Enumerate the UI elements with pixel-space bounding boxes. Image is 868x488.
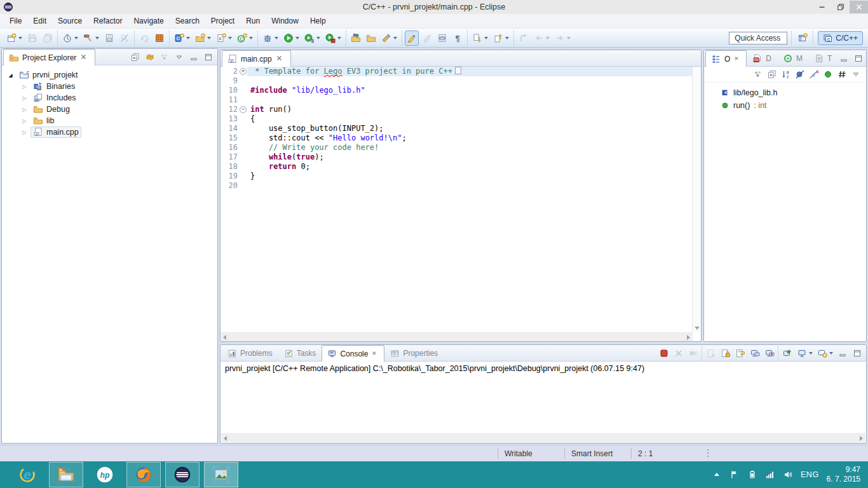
max-button[interactable] <box>202 51 215 64</box>
outline-item-run[interactable]: run() : int <box>704 99 866 112</box>
tray-clock[interactable]: 9:47 6. 7. 2015 <box>827 465 860 484</box>
minimize-button[interactable] <box>837 52 850 65</box>
stdout-button[interactable] <box>749 347 761 360</box>
code-line-15[interactable]: 15 std::cout << "Hello world!\n"; <box>220 133 693 143</box>
code-line-19[interactable]: 19} <box>220 172 693 181</box>
tab-main-cpp[interactable]: .c main.cpp <box>222 50 291 67</box>
dropdown-arrow-icon[interactable] <box>484 37 488 39</box>
menu-help[interactable]: Help <box>304 15 332 27</box>
code-line-14[interactable]: 14 use_stop_button(INPUT_2); <box>220 124 693 133</box>
wordwrap-button[interactable] <box>734 347 747 360</box>
code-line-13[interactable]: 13{ <box>220 114 693 124</box>
tray-flag-icon[interactable] <box>729 470 740 480</box>
highlighter-button[interactable] <box>405 30 419 46</box>
dropdown-arrow-icon[interactable] <box>829 352 833 355</box>
nextannot-button[interactable] <box>470 30 490 46</box>
code-line-18[interactable]: 18 return 0; <box>220 162 693 172</box>
tab-tasks[interactable]: Tasks <box>278 345 322 361</box>
expand-arrow-icon[interactable]: ▷ <box>21 95 28 101</box>
newfolderc-button[interactable] <box>193 30 213 46</box>
tab-d[interactable]: PDFD <box>747 50 777 66</box>
play-button[interactable] <box>281 30 301 46</box>
playerr-button[interactable] <box>323 30 343 46</box>
menu-run[interactable]: Run <box>240 15 266 27</box>
menu-search[interactable]: Search <box>170 15 205 27</box>
tab-t[interactable]: T <box>808 50 837 66</box>
editor-horizontal-scrollbar[interactable] <box>220 332 693 341</box>
waffle-button[interactable] <box>153 30 166 46</box>
menu-navigate[interactable]: Navigate <box>128 15 169 27</box>
scrolllock-button[interactable] <box>719 347 732 360</box>
expand-arrow-icon[interactable]: ▷ <box>21 130 28 135</box>
code-line-17[interactable]: 17 while(true); <box>220 152 693 162</box>
dropdown-arrow-icon[interactable] <box>95 37 99 39</box>
tree-item-includes[interactable]: ▷hIncludes <box>2 92 217 104</box>
taskbar-eclipse[interactable] <box>165 462 200 487</box>
newc-button[interactable]: C <box>172 30 192 46</box>
newfilec-button[interactable]: c <box>214 30 234 46</box>
dropdown-arrow-icon[interactable] <box>249 37 253 39</box>
pinconsole-button[interactable] <box>781 347 794 360</box>
tree-item-prvni-projekt[interactable]: ◢Cprvni_projekt <box>2 69 217 81</box>
tab-problems[interactable]: Problems <box>222 345 278 361</box>
console-horizontal-scrollbar[interactable] <box>221 433 865 442</box>
taskbar-photos[interactable] <box>204 462 238 487</box>
tray-speaker-icon[interactable] <box>783 470 793 480</box>
dropdown-arrow-icon[interactable] <box>316 37 320 39</box>
taskbar-firefox[interactable] <box>126 462 161 487</box>
close-button[interactable] <box>850 1 868 13</box>
stderr-button[interactable] <box>763 347 776 360</box>
code-line-10[interactable]: 10#include "lib/lego_lib.h" <box>220 86 693 95</box>
dropdown-arrow-icon[interactable] <box>337 37 341 39</box>
code-editor[interactable]: 2+ * Template for Lego EV3 project in pu… <box>220 67 693 332</box>
min-button[interactable] <box>836 347 849 360</box>
tab-properties[interactable]: Properties <box>384 345 444 361</box>
dropdown-arrow-icon[interactable] <box>567 37 571 39</box>
close-icon[interactable] <box>733 55 741 63</box>
menu-refactor[interactable]: Refactor <box>88 15 128 27</box>
prevannot-button[interactable] <box>491 30 511 46</box>
dropdown-arrow-icon[interactable] <box>228 37 232 39</box>
new-button[interactable] <box>4 30 24 46</box>
menu-source[interactable]: Source <box>52 15 88 27</box>
hammer-button[interactable] <box>81 30 101 46</box>
openelem-button[interactable] <box>349 30 363 46</box>
close-icon[interactable] <box>275 54 285 64</box>
dropdown-arrow-icon[interactable] <box>809 352 813 355</box>
dropdown-arrow-icon[interactable] <box>275 37 278 39</box>
opencon-button[interactable] <box>816 347 834 360</box>
viewmenu-button[interactable] <box>752 68 764 81</box>
tab-m[interactable]: M <box>777 50 808 66</box>
terminate-button[interactable] <box>658 347 670 360</box>
minimize-button[interactable] <box>813 1 831 13</box>
dropdown-arrow-icon[interactable] <box>207 37 211 39</box>
dropdown-arrow-icon[interactable] <box>505 37 509 39</box>
tree-item-debug[interactable]: ▷Debug <box>2 104 217 115</box>
tree-item-main-cpp[interactable]: ▷.cmain.cpp <box>2 126 217 138</box>
max-button[interactable] <box>851 347 864 360</box>
hash-button[interactable] <box>836 68 848 81</box>
menu-window[interactable]: Window <box>266 15 304 27</box>
openfolder-button[interactable] <box>364 30 378 46</box>
dropdown-arrow-icon[interactable] <box>393 37 397 39</box>
expand-arrow-icon[interactable]: ▷ <box>21 118 28 124</box>
hidestatic-button[interactable]: sS <box>808 68 820 81</box>
dropdown-arrow-icon[interactable] <box>186 37 190 39</box>
menu-edit[interactable]: Edit <box>27 15 52 27</box>
code-line-20[interactable]: 20 <box>220 181 693 191</box>
taskbar-hp[interactable]: hp <box>88 462 122 487</box>
tab-project-explorer[interactable]: Project Explorer <box>3 49 95 65</box>
collapse-arrow-icon[interactable]: ◢ <box>7 72 14 78</box>
sortaz-button[interactable]: az <box>780 68 792 81</box>
maximize-button[interactable] <box>852 52 865 65</box>
binary-button[interactable] <box>102 30 116 46</box>
collapseall-button[interactable] <box>129 51 142 64</box>
code-line-11[interactable]: 11 <box>220 95 693 105</box>
menu-file[interactable]: File <box>4 15 27 27</box>
code-line-16[interactable]: 16 // Write your code here! <box>220 143 693 152</box>
tray-signal-icon[interactable] <box>765 470 775 480</box>
tree-item-binaries[interactable]: ▷10Binaries <box>2 81 217 92</box>
tray-battery-icon[interactable] <box>747 470 757 480</box>
quick-access-box[interactable]: Quick Access <box>729 32 787 44</box>
code-line-9[interactable]: 9 <box>220 76 693 86</box>
